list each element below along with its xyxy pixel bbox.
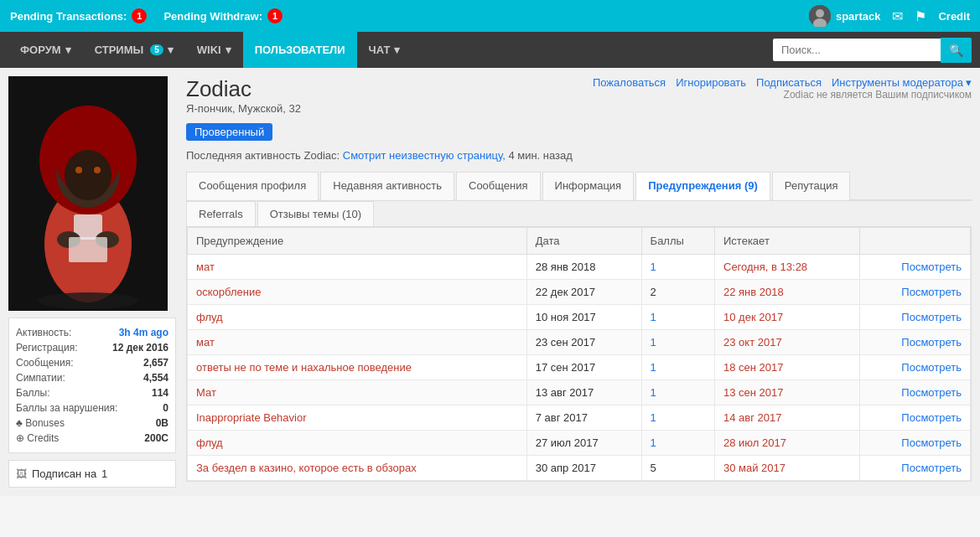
warning-cell[interactable]: За бездел в казино, которое есть в обзор… [188,456,527,481]
tab-information[interactable]: Информация [542,172,635,200]
nav-wiki[interactable]: WIKI ▾ [185,32,243,68]
svg-rect-13 [69,237,107,262]
warning-link[interactable]: оскорбление [196,286,261,298]
view-link[interactable]: Посмотреть [901,462,962,474]
action-cell[interactable]: Посмотреть [859,255,970,280]
warning-cell[interactable]: Inappropriate Behavior [188,405,527,431]
nav-users-label: ПОЛЬЗОВАТЕЛИ [255,44,345,56]
mail-icon[interactable]: ✉ [892,8,903,24]
svg-point-9 [94,167,101,173]
date-cell: 22 дек 2017 [526,280,641,305]
nav-forum[interactable]: ФОРУМ ▾ [8,32,83,68]
table-row: Мат13 авг 2017113 сен 2017Посмотреть [188,380,971,405]
action-cell[interactable]: Посмотреть [859,330,970,355]
date-cell: 23 сен 2017 [526,330,641,355]
tab-reviews[interactable]: Отзывы темы (10) [257,201,374,226]
mod-tools-chevron: ▾ [966,76,972,89]
action-cell[interactable]: Посмотреть [859,456,970,481]
pending-transactions[interactable]: Pending Transactions: 1 [10,8,147,23]
warning-cell[interactable]: флуд [188,431,527,456]
warning-link[interactable]: За бездел в казино, которое есть в обзор… [196,462,417,474]
tab-messages[interactable]: Сообщения [456,172,541,200]
stat-bonuses: ♣ Bonuses 0B [16,416,169,431]
action-cell[interactable]: Посмотреть [859,405,970,431]
nav-users[interactable]: ПОЛЬЗОВАТЕЛИ [243,32,357,68]
tab-profile-messages[interactable]: Сообщения профиля [186,172,319,200]
warning-link[interactable]: мат [196,336,215,349]
warning-link[interactable]: Inappropriate Behavior [196,411,307,424]
subscribe-link[interactable]: Подписаться [756,76,822,89]
warning-cell[interactable]: мат [188,255,527,280]
warning-link[interactable]: мат [196,261,215,273]
subscribed-box[interactable]: 🖼 Подписан на 1 [8,460,176,488]
header-expires: Истекает [715,228,860,255]
ignore-link[interactable]: Игнорировать [676,76,746,89]
credit-link[interactable]: Credit [938,10,970,23]
warning-cell[interactable]: оскорбление [188,280,527,305]
warning-cell[interactable]: флуд [188,305,527,330]
date-cell: 30 апр 2017 [526,456,641,481]
nav-forum-label: ФОРУМ [20,44,61,56]
date-cell: 13 авг 2017 [526,380,641,405]
view-link[interactable]: Посмотреть [901,411,962,424]
user-info[interactable]: spartack [809,5,880,27]
header-action [859,228,970,255]
report-link[interactable]: Пожаловаться [593,76,666,89]
warning-link[interactable]: Мат [196,386,216,399]
action-cell[interactable]: Посмотреть [859,431,970,456]
activity-label: Активность: [16,327,71,338]
last-activity: Последняя активность Zodiac: Смотрит неи… [186,149,972,162]
warning-link[interactable]: ответы не по теме и нахальное поведение [196,361,412,374]
view-link[interactable]: Посмотреть [901,286,962,298]
table-header-row: Предупреждение Дата Баллы Истекает [188,228,971,255]
expires-cell: 22 янв 2018 [715,280,860,305]
pending-transactions-label: Pending Transactions: [10,10,127,23]
verified-badge: Проверенный [186,123,272,141]
profile-avatar [8,76,168,311]
svg-point-14 [38,292,138,309]
nav-streams-chevron: ▾ [168,44,174,56]
subscribed-icon: 🖼 [16,467,27,480]
view-link[interactable]: Посмотреть [901,361,962,374]
table-row: флуд10 ноя 2017110 дек 2017Посмотреть [188,305,971,330]
tab-recent-activity[interactable]: Недавняя активность [320,172,454,200]
mod-tools[interactable]: Инструменты модератора ▾ [832,76,972,89]
search-button[interactable]: 🔍 [941,38,972,63]
view-link[interactable]: Посмотреть [901,311,962,323]
warning-link[interactable]: флуд [196,311,223,323]
search-input[interactable] [773,39,941,61]
view-link[interactable]: Посмотреть [901,386,962,399]
stat-registration: Регистрация: 12 дек 2016 [16,340,169,355]
last-activity-page[interactable]: Смотрит неизвестную страницу, [343,149,506,162]
warning-cell[interactable]: мат [188,330,527,355]
action-cell[interactable]: Посмотреть [859,305,970,330]
view-link[interactable]: Посмотреть [901,336,962,349]
date-cell: 17 сен 2017 [526,355,641,380]
expires-cell: 23 окт 2017 [715,330,860,355]
table-row: За бездел в казино, которое есть в обзор… [188,456,971,481]
warning-cell[interactable]: ответы не по теме и нахальное поведение [188,355,527,380]
user-avatar [809,5,831,27]
warnings-container: Предупреждение Дата Баллы Истекает мат28… [186,227,972,482]
tab-referrals[interactable]: Referrals [186,201,256,226]
nav-chat[interactable]: ЧАТ ▾ [357,32,412,68]
view-link[interactable]: Посмотреть [901,436,962,449]
nav-wiki-label: WIKI [197,44,221,56]
date-cell: 10 ноя 2017 [526,305,641,330]
nav-forum-chevron: ▾ [65,44,71,56]
warning-cell[interactable]: Мат [188,380,527,405]
messages-label: Сообщения: [16,357,73,369]
action-cell[interactable]: Посмотреть [859,355,970,380]
nav-streams[interactable]: СТРИМЫ 5 ▾ [83,32,185,68]
action-cell[interactable]: Посмотреть [859,380,970,405]
tab-reputation[interactable]: Репутация [772,172,851,200]
view-link[interactable]: Посмотреть [901,261,962,273]
flag-icon[interactable]: ⚑ [915,8,926,24]
date-cell: 28 янв 2018 [526,255,641,280]
likes-label: Симпатии: [16,372,65,384]
tab-warnings[interactable]: Предупреждения (9) [635,172,770,200]
pending-withdraw[interactable]: Pending Withdraw: 1 [163,8,283,23]
action-cell[interactable]: Посмотреть [859,280,970,305]
warning-link[interactable]: флуд [196,436,223,449]
table-row: флуд27 июл 2017128 июл 2017Посмотреть [188,431,971,456]
